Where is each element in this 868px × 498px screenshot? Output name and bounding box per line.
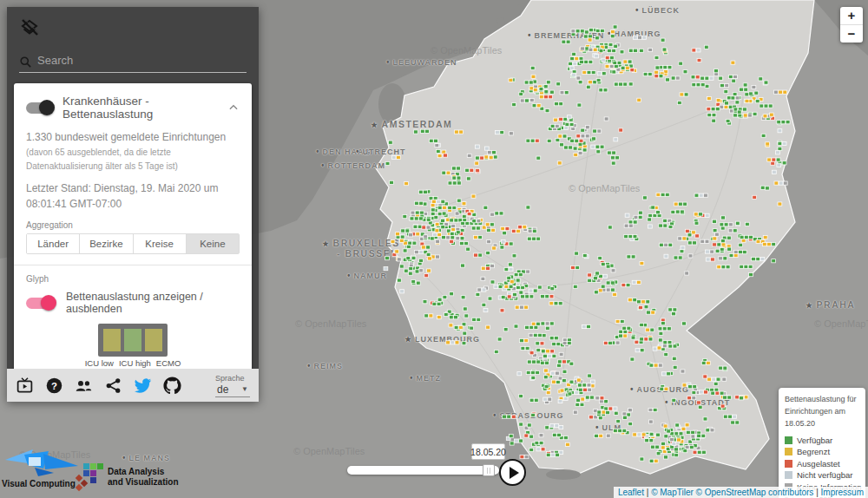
glyph-preview-label: ICU low [85, 358, 114, 368]
legend-title: Bettenauslastung für Einrichtungen am 18… [785, 394, 859, 430]
map-zoom-control: + − [840, 7, 863, 43]
dav-logo-mark [75, 462, 104, 493]
chevron-down-icon: ▼ [241, 385, 248, 393]
search-input[interactable] [37, 52, 247, 69]
layer-card-header: Krankenhäuser - Bettenauslastung [26, 95, 240, 121]
glyph-label: Glyph [26, 274, 240, 284]
sidebar-main: Krankenhäuser - Bettenauslastung 1.330 b… [7, 7, 259, 369]
legend-item-label: Nicht verfügbar [797, 470, 852, 480]
legend-item: Begrenzt [785, 447, 859, 456]
search-field[interactable] [19, 52, 247, 73]
layer-card: Krankenhäuser - Bettenauslastung 1.330 b… [14, 83, 252, 369]
aggregation-label: Aggregation [26, 220, 240, 230]
glyph-preview-cell [103, 329, 121, 351]
search-icon [19, 56, 32, 69]
timeline-slider-track[interactable] [347, 466, 499, 475]
control-sidebar: Krankenhäuser - Bettenauslastung 1.330 b… [7, 7, 259, 402]
maptiler-link[interactable]: © MapTiler [651, 488, 694, 497]
glyph-preview: ICU lowICU highECMO * Die Farben stellen… [26, 324, 240, 369]
svg-text:?: ? [51, 380, 57, 390]
facility-count: 1.330 bundesweit gemeldete Einrichtungen [26, 131, 240, 143]
legend-item-label: Ausgelastet [797, 459, 840, 469]
zoom-out-button[interactable]: − [840, 25, 863, 43]
glyph-toggle-row: Bettenauslastung anzeigen / ausblenden [26, 291, 240, 315]
aggregation-button-group: LänderBezirkeKreiseKeine [26, 233, 240, 254]
legend-item: Nicht verfügbar [785, 470, 859, 480]
impressum-link[interactable]: Impressum [821, 488, 864, 497]
sidebar-footer: ? Sprache [7, 369, 259, 402]
language-block: Sprache de ▼ [215, 374, 250, 397]
layer-title: Krankenhäuser - Bettenauslastung [62, 95, 219, 121]
legend-color-square [785, 460, 792, 468]
osm-link[interactable]: © OpenStreetMap contributors [696, 488, 814, 497]
glyph-preview-labels: ICU lowICU highECMO [26, 358, 240, 368]
aggregation-option[interactable]: Länder [27, 234, 80, 253]
demo-video-icon[interactable] [16, 377, 34, 395]
language-select[interactable]: de ▼ [215, 383, 250, 397]
dav-logo: Data Analysis and Visualization [75, 462, 179, 493]
glyph-preview-box [98, 324, 168, 357]
glyph-preview-label: ICU high [119, 358, 151, 368]
legend-item-label: Begrenzt [797, 447, 830, 456]
timeline-date-tooltip: 18.05.20 [471, 443, 505, 460]
team-icon[interactable] [75, 377, 93, 395]
leaflet-link[interactable]: Leaflet [618, 488, 644, 497]
legend-color-square [785, 448, 792, 455]
last-update: Letzter Stand: Dienstag, 19. Mai 2020 um… [26, 180, 243, 212]
layers-off-icon[interactable] [19, 17, 40, 38]
play-icon [510, 467, 519, 479]
github-icon[interactable] [163, 377, 181, 395]
timeline-slider-handle[interactable] [483, 464, 495, 476]
app: ★AMSTERDAM•DEN HAAG•UTRECHT•ROTTERDAM•LE… [0, 0, 868, 498]
glyph-preview-cell [124, 329, 141, 351]
glyph-preview-label: ECMO [156, 358, 181, 368]
glyph-preview-cell [145, 329, 162, 351]
layer-visibility-toggle[interactable] [26, 102, 54, 114]
legend-items: VerfügbarBegrenztAusgelastetNicht verfüg… [785, 436, 859, 492]
legend-item-label: Verfügbar [797, 436, 832, 445]
language-label: Sprache [215, 374, 250, 383]
glyph-visibility-toggle[interactable] [26, 298, 56, 309]
visual-computing-label: Visual Computing [2, 479, 84, 488]
glyph-toggle-label: Bettenauslastung anzeigen / ausblenden [66, 291, 240, 315]
collapse-chevron-icon[interactable] [227, 102, 240, 114]
visual-computing-logo: Visual Computing [2, 442, 84, 488]
dav-label: Data Analysis and Visualization [108, 467, 179, 488]
aggregation-option[interactable]: Keine [187, 234, 239, 253]
twitter-icon[interactable] [134, 377, 152, 395]
map-attribution: Leaflet | © MapTiler © OpenStreetMap con… [614, 487, 868, 498]
language-value: de [217, 383, 228, 396]
share-icon[interactable] [104, 377, 122, 395]
legend-item: Verfügbar [785, 436, 859, 445]
zoom-in-button[interactable]: + [840, 7, 863, 24]
legend-color-square [785, 471, 792, 479]
visual-computing-logo-mark [2, 442, 82, 477]
facility-note: (davon 65 ausgeblendet, da die letzte Da… [26, 146, 239, 173]
legend-item: Ausgelastet [785, 459, 859, 469]
map-legend-panel: Bettenauslastung für Einrichtungen am 18… [779, 388, 865, 498]
aggregation-option[interactable]: Kreise [134, 234, 187, 253]
legend-color-square [785, 436, 792, 444]
aggregation-option[interactable]: Bezirke [80, 234, 133, 253]
hospital-glyphs[interactable] [384, 25, 790, 463]
divider [14, 265, 252, 265]
play-button[interactable] [499, 459, 526, 486]
help-icon[interactable]: ? [45, 377, 63, 395]
